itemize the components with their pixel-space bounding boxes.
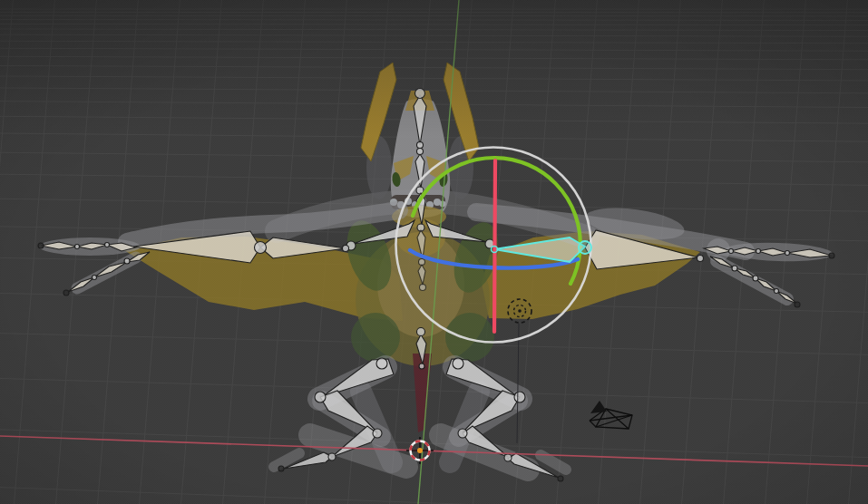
dither-overlay [0, 0, 868, 504]
viewport-canvas[interactable] [0, 0, 868, 504]
